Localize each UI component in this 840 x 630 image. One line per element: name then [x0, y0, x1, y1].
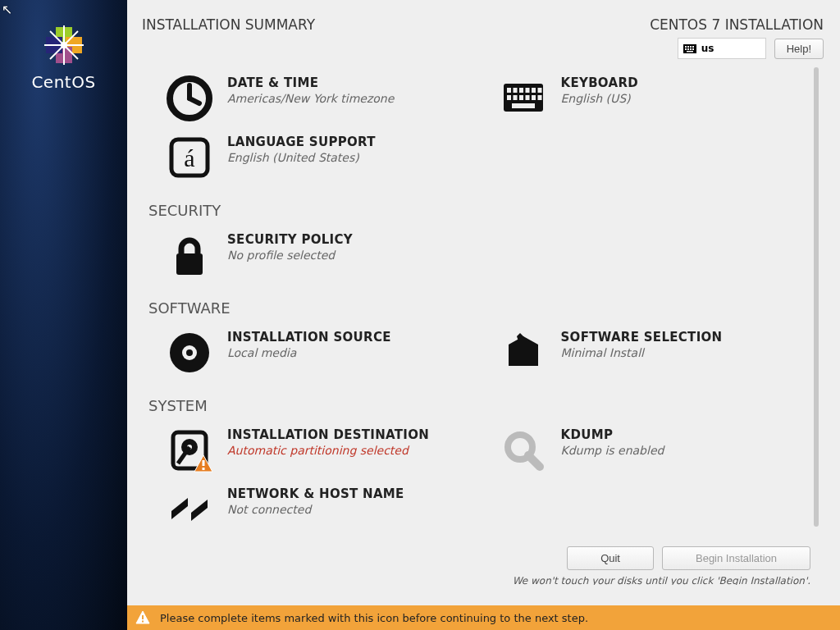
spoke-status: Americas/New York timezone — [227, 92, 394, 105]
svg-rect-10 — [685, 46, 687, 48]
spoke-kdump[interactable]: KDUMPKdump is enabled — [476, 421, 810, 480]
svg-rect-25 — [519, 88, 523, 93]
spoke-status: Automatic partitioning selected — [227, 444, 429, 457]
spoke-title: DATE & TIME — [227, 75, 394, 90]
harddisk-icon — [167, 427, 212, 473]
spoke-title: KDUMP — [561, 427, 664, 442]
main-panel: INSTALLATION SUMMARY CENTOS 7 INSTALLATI… — [127, 0, 840, 630]
svg-rect-23 — [507, 88, 511, 93]
svg-rect-31 — [519, 95, 523, 100]
spoke-destination[interactable]: INSTALLATION DESTINATIONAutomatic partit… — [142, 421, 476, 480]
disk-hint: We won't touch your disks until you clic… — [513, 575, 810, 585]
svg-rect-38 — [176, 253, 203, 275]
svg-rect-24 — [513, 88, 517, 93]
svg-rect-13 — [692, 46, 694, 48]
svg-line-49 — [528, 455, 540, 467]
magnifier-icon — [500, 427, 546, 473]
language-icon: á — [167, 135, 212, 180]
category-title: SYSTEM — [148, 397, 809, 414]
network-icon — [167, 486, 212, 532]
svg-rect-34 — [537, 95, 541, 100]
svg-rect-35 — [512, 103, 535, 108]
spoke-title: LANGUAGE SUPPORT — [227, 135, 376, 149]
help-button[interactable]: Help! — [774, 39, 824, 59]
spoke-title: SOFTWARE SELECTION — [561, 330, 723, 345]
spoke-language[interactable]: áLANGUAGE SUPPORTEnglish (United States) — [142, 128, 476, 187]
svg-rect-51 — [142, 621, 144, 623]
scroll-area: DATE & TIMEAmericas/New York timezoneKEY… — [142, 57, 825, 532]
category-title: SECURITY — [148, 202, 809, 219]
warning-text: Please complete items marked with this i… — [160, 612, 588, 624]
clock-icon — [167, 75, 212, 121]
spoke-status: Not connected — [227, 503, 404, 516]
svg-rect-50 — [142, 615, 144, 619]
svg-rect-17 — [692, 48, 694, 50]
spoke-title: NETWORK & HOST NAME — [227, 486, 404, 501]
warning-triangle-icon — [135, 610, 150, 625]
begin-installation-button[interactable]: Begin Installation — [662, 546, 810, 570]
svg-rect-46 — [203, 460, 205, 466]
spoke-status: English (US) — [561, 92, 639, 105]
spoke-title: KEYBOARD — [561, 75, 639, 90]
keyboard-layout-text: us — [701, 43, 714, 54]
keyboard-layout-indicator[interactable]: us — [678, 38, 766, 59]
quit-button[interactable]: Quit — [567, 546, 654, 570]
svg-text:á: á — [184, 144, 194, 171]
brand-name: CentOS — [31, 72, 95, 92]
svg-rect-30 — [513, 95, 517, 100]
spoke-keyboard[interactable]: KEYBOARDEnglish (US) — [476, 69, 810, 128]
lock-icon — [167, 232, 212, 278]
warning-bar[interactable]: Please complete items marked with this i… — [127, 605, 840, 630]
package-icon — [500, 330, 546, 376]
spoke-title: INSTALLATION SOURCE — [227, 330, 391, 345]
spoke-status: English (United States) — [227, 151, 376, 164]
spoke-policy[interactable]: SECURITY POLICYNo profile selected — [142, 226, 476, 285]
spoke-status: Kdump is enabled — [561, 444, 664, 457]
svg-rect-28 — [537, 88, 541, 93]
svg-rect-18 — [687, 51, 693, 52]
svg-rect-47 — [203, 468, 205, 470]
svg-rect-29 — [507, 95, 511, 100]
svg-line-21 — [189, 98, 199, 103]
svg-point-41 — [186, 349, 193, 356]
keyboard-icon — [500, 75, 546, 121]
spoke-datetime[interactable]: DATE & TIMEAmericas/New York timezone — [142, 69, 476, 128]
spoke-status: Minimal Install — [561, 346, 723, 359]
sidebar: CentOS — [0, 0, 127, 630]
spoke-status: Local media — [227, 346, 391, 359]
svg-rect-16 — [690, 48, 692, 50]
product-label: CENTOS 7 INSTALLATION — [650, 16, 824, 33]
svg-rect-11 — [687, 46, 689, 48]
page-title: INSTALLATION SUMMARY — [142, 16, 315, 59]
spoke-source[interactable]: INSTALLATION SOURCELocal media — [142, 323, 476, 382]
centos-logo-icon — [43, 25, 84, 66]
svg-rect-14 — [685, 48, 687, 50]
svg-rect-32 — [525, 95, 529, 100]
svg-rect-27 — [532, 88, 536, 93]
spoke-network[interactable]: NETWORK & HOST NAMENot connected — [142, 480, 476, 532]
spoke-title: SECURITY POLICY — [227, 232, 353, 247]
category-title: SOFTWARE — [148, 299, 809, 317]
content-area: DATE & TIMEAmericas/New York timezoneKEY… — [142, 57, 825, 585]
spoke-status: No profile selected — [227, 249, 353, 262]
keyboard-icon — [683, 44, 696, 53]
svg-rect-15 — [687, 48, 689, 50]
spoke-selection[interactable]: SOFTWARE SELECTIONMinimal Install — [476, 323, 810, 382]
scrollbar[interactable] — [814, 67, 819, 527]
spoke-title: INSTALLATION DESTINATION — [227, 427, 429, 442]
svg-rect-12 — [690, 46, 692, 48]
disc-icon — [167, 330, 212, 376]
svg-rect-33 — [532, 95, 536, 100]
svg-rect-26 — [525, 88, 529, 93]
